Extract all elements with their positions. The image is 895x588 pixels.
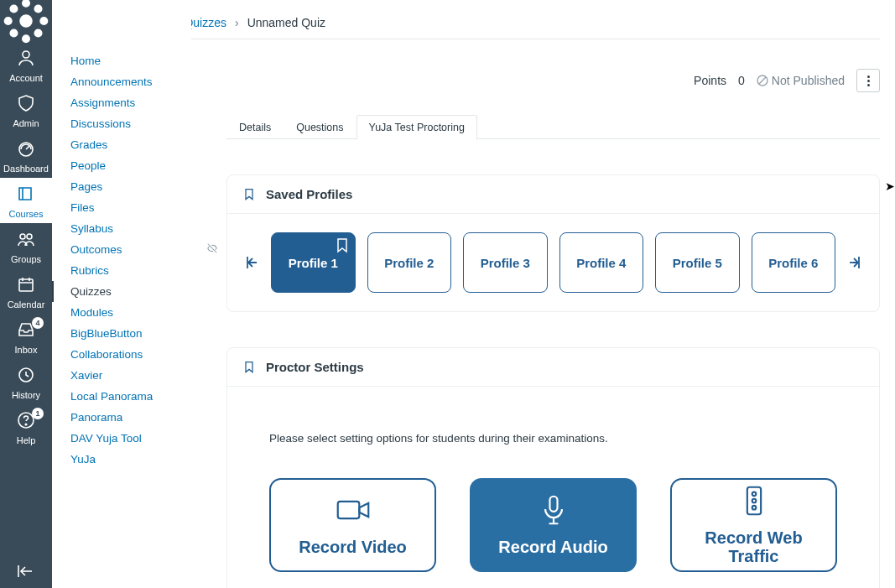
svg-rect-18 [337, 502, 359, 518]
course-nav-outcomes[interactable]: Outcomes [52, 239, 191, 260]
course-nav-xavier[interactable]: Xavier [52, 365, 191, 386]
breadcrumb-section[interactable]: Quizzes [191, 16, 226, 29]
svg-rect-13 [19, 279, 33, 291]
profile-card-6[interactable]: Profile 6 [752, 232, 836, 293]
gnav-label: Calendar [8, 299, 45, 310]
profile-card-3[interactable]: Profile 3 [463, 232, 548, 293]
more-options-button[interactable] [856, 69, 880, 92]
course-nav-discussions[interactable]: Discussions [52, 113, 191, 134]
course-nav-bigbluebutton[interactable]: BigBlueButton [52, 323, 191, 344]
gnav-admin[interactable]: Admin [0, 87, 52, 133]
profile-card-4[interactable]: Profile 4 [559, 232, 644, 293]
gnav-inbox[interactable]: 4Inbox [0, 314, 52, 359]
course-nav: HomeAnnouncementsAssignmentsDiscussionsG… [52, 0, 191, 588]
svg-point-1 [23, 1, 29, 6]
gnav-label: Admin [13, 118, 39, 128]
gnav-label: Dashboard [3, 164, 49, 174]
groups-icon [16, 229, 36, 252]
gnav-label: Help [17, 435, 36, 445]
profile-card-2[interactable]: Profile 2 [367, 232, 452, 293]
proctor-settings-title: Proctor Settings [266, 360, 364, 374]
course-nav-yuja[interactable]: YuJa [52, 449, 191, 470]
course-nav-quizzes[interactable]: Quizzes [52, 281, 191, 302]
option-label: Record Audio [498, 538, 607, 556]
course-nav-rubrics[interactable]: Rubrics [52, 260, 191, 281]
svg-point-11 [20, 234, 25, 239]
course-nav-dav-yuja-tool[interactable]: DAV Yuja Tool [52, 428, 191, 449]
gnav-account[interactable]: Account [0, 42, 52, 87]
web-icon [736, 485, 772, 520]
course-nav-collaborations[interactable]: Collaborations [52, 344, 191, 365]
courses-icon [16, 184, 36, 207]
saved-profiles-panel: Saved Profiles Profile 1Profile 2Profile… [226, 174, 880, 312]
course-nav-pages[interactable]: Pages [52, 176, 191, 197]
status-row: Points 0 Not Published [226, 69, 880, 92]
bookmark-icon [242, 361, 256, 374]
gnav-courses[interactable]: Courses [0, 178, 52, 223]
gnav-dashboard[interactable]: Dashboard [0, 133, 52, 178]
course-nav-modules[interactable]: Modules [52, 302, 191, 323]
global-nav: AccountAdminDashboardCoursesGroupsCalend… [0, 0, 52, 588]
points-value: 0 [738, 74, 745, 87]
audio-icon [536, 494, 571, 529]
svg-point-22 [752, 499, 756, 503]
main-content: MrB 0987 › Quizzes › Unnamed Quiz Points… [191, 0, 895, 588]
ban-icon [757, 75, 768, 86]
course-nav-files[interactable]: Files [52, 197, 191, 218]
svg-point-4 [41, 18, 46, 23]
course-nav-panorama[interactable]: Panorama [52, 407, 191, 428]
gnav-help[interactable]: 1Help [0, 404, 52, 450]
points-label: Points [694, 74, 726, 87]
profiles-prev-button[interactable] [242, 246, 263, 279]
course-nav-assignments[interactable]: Assignments [52, 92, 191, 113]
gnav-label: Courses [9, 209, 44, 219]
svg-point-2 [23, 36, 29, 41]
tab-yuja-test-proctoring[interactable]: YuJa Test Proctoring [356, 115, 477, 139]
hidden-icon [206, 242, 218, 257]
gnav-calendar[interactable]: Calendar [0, 268, 52, 314]
course-nav-grades[interactable]: Grades [52, 134, 191, 155]
chevron-right-icon: › [235, 16, 239, 29]
option-web[interactable]: Record WebTraffic [670, 478, 837, 572]
course-nav-syllabus[interactable]: Syllabus [52, 218, 191, 239]
svg-point-8 [35, 6, 40, 11]
gnav-groups[interactable]: Groups [0, 223, 52, 268]
tab-questions[interactable]: Questions [284, 115, 356, 139]
option-label: Record WebTraffic [705, 528, 802, 565]
gnav-label: Account [9, 73, 43, 83]
video-icon [336, 494, 371, 529]
proctor-settings-panel: Proctor Settings Please select setting o… [226, 347, 880, 588]
svg-point-7 [11, 30, 16, 35]
svg-rect-19 [549, 497, 557, 512]
admin-icon [16, 93, 36, 117]
profiles-next-button[interactable] [844, 246, 864, 279]
course-nav-people[interactable]: People [52, 155, 191, 176]
calendar-icon [16, 274, 36, 298]
proctor-settings-intro: Please select setting options for studen… [269, 432, 837, 445]
profile-card-5[interactable]: Profile 5 [655, 232, 740, 293]
svg-point-21 [752, 492, 756, 497]
svg-point-6 [35, 30, 40, 35]
gnav-history[interactable]: History [0, 359, 52, 404]
canvas-logo[interactable] [0, 0, 52, 42]
course-nav-local-panorama[interactable]: Local Panorama [52, 386, 191, 407]
gnav-label: Groups [11, 254, 41, 264]
course-nav-announcements[interactable]: Announcements [52, 71, 191, 92]
bookmark-icon [336, 238, 348, 256]
tab-details[interactable]: Details [226, 115, 284, 139]
course-nav-home[interactable]: Home [52, 50, 191, 71]
saved-profiles-title: Saved Profiles [266, 187, 352, 201]
not-published-status: Not Published [757, 74, 845, 87]
profile-card-1[interactable]: Profile 1 [271, 232, 356, 293]
svg-point-0 [21, 16, 31, 26]
breadcrumb: MrB 0987 › Quizzes › Unnamed Quiz [191, 13, 880, 39]
collapse-nav-button[interactable] [0, 554, 52, 588]
svg-point-12 [27, 234, 32, 239]
gnav-label: History [12, 390, 40, 400]
option-video[interactable]: Record Video [269, 478, 436, 572]
svg-point-5 [11, 6, 16, 11]
tabs: DetailsQuestionsYuJa Test Proctoring [226, 114, 880, 139]
svg-point-16 [25, 424, 27, 425]
option-audio[interactable]: Record Audio [470, 478, 637, 572]
breadcrumb-current: Unnamed Quiz [247, 16, 325, 29]
